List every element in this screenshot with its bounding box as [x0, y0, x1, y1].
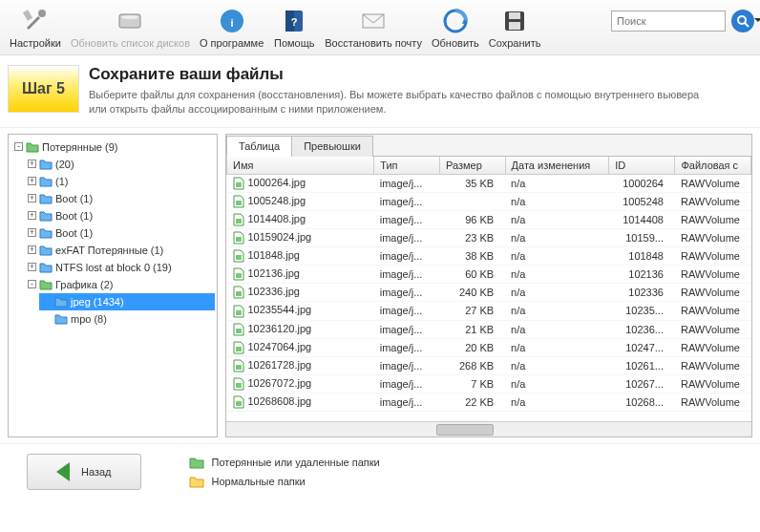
folder-green-icon — [189, 456, 204, 469]
view-tabs: Таблица Превьюшки — [226, 135, 751, 157]
collapse-icon[interactable]: - — [14, 142, 23, 151]
save-button[interactable]: Сохранить — [485, 4, 545, 51]
footer: Назад Потерянные или удаленные папки Нор… — [0, 443, 760, 500]
svg-rect-19 — [236, 219, 242, 223]
table-row[interactable]: 102336.jpgimage/j...240 KBn/a102336RAWVo… — [227, 284, 751, 302]
tree-item[interactable]: +NTFS lost at block 0 (19) — [26, 259, 215, 276]
expand-icon[interactable]: - — [28, 280, 36, 288]
tree-item[interactable]: +exFAT Потерянные (1) — [26, 242, 215, 259]
svg-rect-22 — [236, 273, 242, 278]
folder-yellow-icon — [189, 475, 204, 488]
table-row[interactable]: 1000264.jpgimage/j...35 KBn/a1000264RAWV… — [227, 174, 751, 192]
table-row[interactable]: 101848.jpgimage/j...38 KBn/a101848RAWVol… — [227, 247, 751, 266]
svg-rect-24 — [236, 310, 242, 315]
refresh-button[interactable]: Обновить — [428, 4, 483, 51]
step-description: Выберите файлы для сохранения (восстанов… — [89, 88, 719, 117]
table-row[interactable]: 10247064.jpgimage/j...20 KBn/a10247...RA… — [227, 338, 751, 356]
search-input[interactable] — [611, 11, 726, 32]
tools-icon — [20, 6, 51, 36]
legend-lost: Потерянные или удаленные папки — [189, 456, 380, 469]
expand-icon[interactable]: + — [28, 194, 36, 202]
col-id[interactable]: ID — [609, 157, 675, 175]
info-icon: i — [217, 6, 247, 36]
table-row[interactable]: 10159024.jpgimage/j...23 KBn/a10159...RA… — [227, 229, 751, 247]
svg-text:?: ? — [291, 16, 298, 28]
tree-item[interactable]: +(20) — [26, 156, 215, 173]
svg-rect-28 — [236, 383, 242, 388]
tree-item[interactable]: +Boot (1) — [26, 224, 215, 242]
expand-icon[interactable]: + — [28, 177, 36, 185]
svg-rect-14 — [509, 22, 520, 30]
about-button[interactable]: i О программе — [196, 4, 267, 51]
help-button[interactable]: ? Помощь — [269, 4, 319, 51]
step-header: Шаг 5 Сохраните ваши файлы Выберите файл… — [0, 55, 760, 128]
col-size[interactable]: Размер — [440, 157, 506, 175]
file-table: Имя Тип Размер Дата изменения ID Файлова… — [226, 157, 751, 412]
col-type[interactable]: Тип — [374, 157, 440, 175]
disk-icon — [115, 6, 145, 36]
table-row[interactable]: 1005248.jpgimage/j...n/a1005248RAWVolume — [227, 192, 751, 210]
svg-rect-21 — [236, 255, 242, 260]
col-date[interactable]: Дата изменения — [505, 157, 609, 175]
table-row[interactable]: 10235544.jpgimage/j...27 KBn/a10235...RA… — [227, 302, 751, 320]
expand-icon[interactable]: + — [28, 263, 36, 271]
svg-rect-27 — [236, 365, 242, 370]
svg-rect-18 — [236, 201, 242, 205]
tree-root-item[interactable]: -Потерянные (9) — [12, 138, 215, 156]
tab-thumbs[interactable]: Превьюшки — [291, 136, 373, 157]
search-icon — [736, 14, 749, 28]
svg-text:i: i — [230, 17, 233, 29]
tree-item[interactable]: mpo (8) — [39, 310, 215, 328]
svg-point-15 — [738, 16, 746, 24]
folder-tree[interactable]: -Потерянные (9)+(20)+(1)+Boot (1)+Boot (… — [8, 134, 218, 437]
tree-item[interactable]: -Графика (2) — [26, 276, 215, 293]
refresh-icon — [440, 6, 471, 36]
save-icon — [499, 6, 530, 36]
main-toolbar: Настройки Обновить список дисков i О про… — [0, 0, 760, 55]
search-box — [611, 10, 754, 32]
svg-point-1 — [38, 10, 46, 17]
svg-rect-26 — [236, 347, 242, 351]
tab-table[interactable]: Таблица — [226, 136, 292, 157]
table-row[interactable]: 1014408.jpgimage/j...96 KBn/a1014408RAWV… — [227, 210, 751, 228]
tree-item[interactable]: +Boot (1) — [26, 190, 215, 207]
svg-rect-29 — [236, 401, 242, 406]
back-button[interactable]: Назад — [27, 454, 141, 490]
step-badge: Шаг 5 — [8, 65, 79, 113]
svg-rect-0 — [23, 10, 32, 21]
svg-rect-25 — [236, 329, 242, 333]
recover-mail-button[interactable]: Восстановить почту — [321, 4, 426, 51]
legend: Потерянные или удаленные папки Нормальны… — [189, 456, 380, 488]
help-icon: ? — [279, 6, 309, 36]
file-panel: Таблица Превьюшки Имя Тип Размер Дата из… — [225, 134, 752, 437]
svg-line-16 — [745, 23, 749, 27]
table-row[interactable]: 10236120.jpgimage/j...21 KBn/a10236...RA… — [227, 320, 751, 338]
tree-item[interactable]: +(1) — [26, 173, 215, 190]
svg-rect-23 — [236, 291, 242, 296]
table-row[interactable]: 10261728.jpgimage/j...268 KBn/a10261...R… — [227, 356, 751, 374]
step-title: Сохраните ваши файлы — [89, 65, 719, 84]
expand-icon[interactable]: + — [28, 160, 36, 168]
expand-icon[interactable]: + — [28, 211, 36, 220]
table-row[interactable]: 10267072.jpgimage/j...7 KBn/a10267...RAW… — [227, 374, 751, 393]
svg-rect-20 — [236, 237, 242, 242]
mail-icon — [358, 6, 389, 36]
svg-rect-13 — [509, 12, 520, 19]
table-row[interactable]: 10268608.jpgimage/j...22 KBn/a10268...RA… — [227, 393, 751, 411]
expand-icon[interactable]: + — [28, 228, 36, 237]
table-row[interactable]: 102136.jpgimage/j...60 KBn/a102136RAWVol… — [227, 266, 751, 284]
arrow-left-icon — [47, 462, 70, 481]
tree-item[interactable]: +Boot (1) — [26, 207, 215, 224]
col-name[interactable]: Имя — [227, 157, 374, 175]
svg-point-3 — [121, 15, 138, 19]
tree-item[interactable]: jpeg (1434) — [39, 293, 215, 310]
svg-rect-17 — [236, 182, 242, 187]
legend-normal: Нормальные папки — [189, 475, 380, 488]
file-table-wrap[interactable]: Имя Тип Размер Дата изменения ID Файлова… — [226, 157, 751, 421]
refresh-disks-button[interactable]: Обновить список дисков — [67, 4, 194, 51]
horizontal-scrollbar[interactable] — [226, 421, 751, 436]
settings-button[interactable]: Настройки — [6, 4, 65, 51]
expand-icon[interactable]: + — [28, 245, 36, 254]
search-button[interactable] — [731, 10, 754, 32]
col-fs[interactable]: Файловая с — [675, 157, 751, 175]
